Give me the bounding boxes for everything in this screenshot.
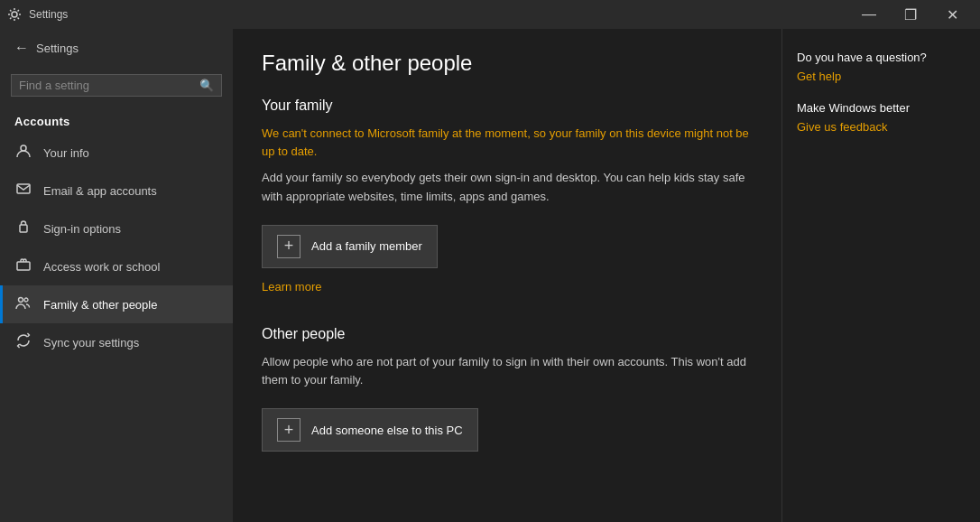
main-content: Family & other people Your family We can… bbox=[233, 29, 781, 522]
your-family-title: Your family bbox=[262, 98, 753, 114]
titlebar-title: Settings bbox=[29, 8, 68, 21]
signin-label: Sign-in options bbox=[43, 222, 121, 236]
back-label: Settings bbox=[36, 42, 79, 55]
other-people-description: Allow people who are not part of your fa… bbox=[262, 353, 753, 391]
right-panel: Do you have a question? Get help Make Wi… bbox=[781, 29, 980, 522]
work-icon bbox=[14, 256, 32, 276]
family-label: Family & other people bbox=[43, 298, 157, 312]
your-info-label: Your info bbox=[43, 146, 89, 160]
warning-text: We can't connect to Microsoft family at … bbox=[262, 125, 753, 160]
your-info-icon bbox=[14, 143, 32, 163]
app-container: ← Settings 🔍 Accounts Your info bbox=[0, 29, 980, 522]
sidebar-section-title: Accounts bbox=[0, 104, 233, 134]
svg-point-1 bbox=[21, 145, 26, 151]
svg-rect-3 bbox=[20, 225, 27, 232]
help-title: Do you have a question? bbox=[797, 51, 966, 64]
work-label: Access work or school bbox=[43, 260, 160, 274]
search-input[interactable] bbox=[19, 79, 196, 92]
sidebar-item-family[interactable]: Family & other people bbox=[0, 285, 233, 323]
restore-button[interactable]: ❐ bbox=[890, 0, 931, 29]
email-icon bbox=[14, 181, 32, 200]
sync-icon bbox=[14, 332, 32, 352]
sync-label: Sync your settings bbox=[43, 336, 139, 350]
make-better-title: Make Windows better bbox=[797, 101, 966, 115]
add-family-icon: + bbox=[277, 235, 300, 258]
add-family-member-button[interactable]: + Add a family member bbox=[262, 225, 438, 268]
svg-point-5 bbox=[19, 298, 23, 303]
signin-icon bbox=[14, 219, 32, 238]
get-help-link[interactable]: Get help bbox=[797, 70, 966, 83]
titlebar-left: Settings bbox=[7, 7, 68, 22]
sidebar-item-work[interactable]: Access work or school bbox=[0, 247, 233, 285]
add-family-label: Add a family member bbox=[311, 239, 422, 253]
svg-point-0 bbox=[12, 12, 17, 17]
your-family-section: Your family We can't connect to Microsof… bbox=[262, 98, 753, 319]
back-button[interactable]: ← Settings bbox=[0, 29, 233, 67]
settings-icon bbox=[7, 7, 22, 22]
add-other-person-button[interactable]: + Add someone else to this PC bbox=[262, 408, 478, 452]
back-arrow-icon: ← bbox=[14, 40, 29, 56]
family-icon bbox=[14, 294, 32, 314]
other-people-title: Other people bbox=[262, 326, 753, 342]
minimize-button[interactable]: — bbox=[848, 0, 890, 29]
sidebar-item-sync[interactable]: Sync your settings bbox=[0, 323, 233, 361]
other-people-section: Other people Allow people who are not pa… bbox=[262, 326, 753, 452]
family-description: Add your family so everybody gets their … bbox=[262, 169, 753, 207]
page-title: Family & other people bbox=[262, 51, 753, 76]
svg-rect-4 bbox=[17, 262, 30, 270]
sidebar-item-email[interactable]: Email & app accounts bbox=[0, 172, 233, 210]
email-label: Email & app accounts bbox=[43, 184, 157, 198]
sidebar-item-signin[interactable]: Sign-in options bbox=[0, 210, 233, 247]
svg-point-6 bbox=[24, 298, 28, 302]
titlebar-controls: — ❐ ✕ bbox=[848, 0, 973, 29]
feedback-link[interactable]: Give us feedback bbox=[797, 120, 966, 134]
learn-more-link[interactable]: Learn more bbox=[262, 280, 321, 294]
add-other-label: Add someone else to this PC bbox=[311, 424, 463, 437]
add-other-icon: + bbox=[277, 418, 300, 442]
search-icon: 🔍 bbox=[199, 79, 214, 92]
titlebar: Settings — ❐ ✕ bbox=[0, 0, 980, 29]
svg-rect-2 bbox=[17, 184, 30, 193]
search-box: 🔍 bbox=[11, 74, 222, 97]
sidebar-item-your-info[interactable]: Your info bbox=[0, 134, 233, 172]
sidebar: ← Settings 🔍 Accounts Your info bbox=[0, 29, 233, 522]
close-button[interactable]: ✕ bbox=[931, 0, 973, 29]
